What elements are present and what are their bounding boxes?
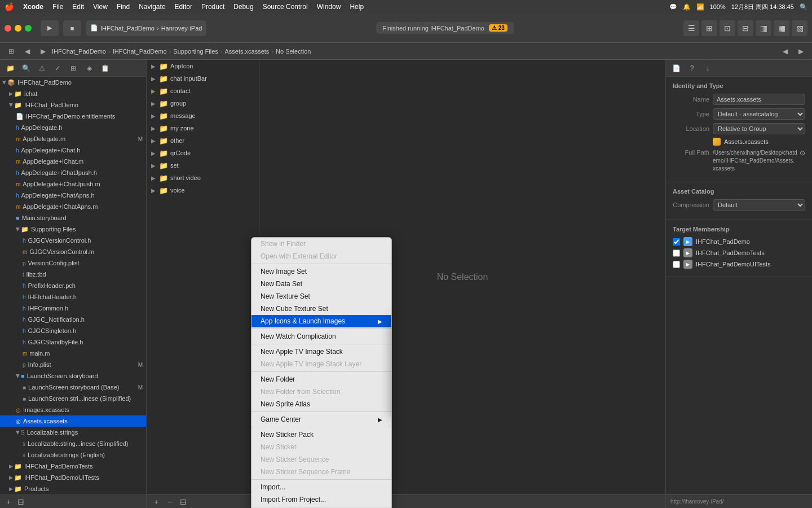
ctx-app-icons[interactable]: App Icons & Launch Images ▶ New iOS App … [251, 315, 391, 327]
nav-item-entitlements[interactable]: 📄 IHFChat_PadDemo.entitlements [0, 111, 146, 122]
layout-right[interactable]: ▧ [792, 20, 807, 36]
stop-button[interactable]: ■ [63, 20, 81, 36]
nav-item-appdelegate-m[interactable]: m AppDelegate.m M [0, 133, 146, 144]
breadcrumb-3[interactable]: Supporting Files [173, 48, 218, 55]
ctx-new-appletv-stack[interactable]: New Apple TV Image Stack [251, 345, 391, 358]
nav-item-main-storyboard[interactable]: ■ Main.storyboard [0, 212, 146, 224]
ctx-new-texture-set[interactable]: New Texture Set [251, 290, 391, 303]
menu-editor[interactable]: Editor [175, 3, 192, 11]
nav-debug-icon[interactable]: ⊞ [67, 62, 80, 75]
help-btn[interactable]: ? [685, 62, 699, 75]
menu-source-control[interactable]: Source Control [263, 3, 308, 11]
ctx-new-image-set[interactable]: New Image Set [251, 265, 391, 278]
nav-item-main-m[interactable]: m main.m [0, 348, 146, 359]
nav-item-gjgc-h[interactable]: h GJGCVersionControl.h [0, 235, 146, 246]
breadcrumb-2[interactable]: IHFChat_PadDemo [113, 48, 167, 55]
layout-left[interactable]: ▥ [756, 20, 771, 36]
app-icons-submenu[interactable]: New iOS App Icon New iOS Launch Image Ne… [391, 315, 392, 415]
nav-item-appdelegate-ichat-h[interactable]: h AppDelegate+iChat.h [0, 144, 146, 156]
ctx-import-from-project[interactable]: Import From Project... [251, 493, 391, 506]
menu-debug[interactable]: Debug [233, 3, 253, 11]
asset-folder-group[interactable]: ▶ 📁 group [147, 97, 259, 110]
nav-item-root[interactable]: ▶ 📦 IHFChat_PadDemo [0, 77, 146, 88]
nav-item-localizable-strings[interactable]: ▶ S Localizable.strings [0, 427, 146, 438]
asset-folder-voice[interactable]: ▶ 📁 voice [147, 184, 259, 196]
close-button[interactable] [5, 25, 11, 32]
nav-report-icon[interactable]: 📋 [98, 62, 112, 75]
nav-item-assets-xcassets[interactable]: ◎ Assets.xcassets [0, 415, 146, 427]
menu-edit[interactable]: Edit [72, 3, 84, 11]
menu-view[interactable]: View [93, 3, 108, 11]
nav-item-libz[interactable]: t libz.tbd [0, 269, 146, 280]
nav-item-localizable-english[interactable]: s Localizable.strings (English) [0, 449, 146, 461]
target-checkbox-2[interactable] [673, 249, 680, 257]
name-input[interactable] [713, 94, 805, 105]
menu-navigate[interactable]: Navigate [139, 3, 165, 11]
forward-btn[interactable]: ▶ [36, 45, 50, 58]
breadcrumb-1[interactable]: IHFChat_PadDemo [52, 48, 106, 55]
file-inspector-btn[interactable]: 📄 [669, 62, 683, 75]
nav-item-prefix[interactable]: h PrefixHeader.pch [0, 280, 146, 291]
nav-folder-icon[interactable]: 📁 [3, 62, 17, 75]
nav-item-tests[interactable]: ▶ 📁 IHFChat_PadDemoTests [0, 461, 146, 472]
run-button[interactable]: ▶ [41, 20, 59, 36]
menu-help[interactable]: Help [350, 3, 364, 11]
asset-folder-contact[interactable]: ▶ 📁 contact [147, 85, 259, 97]
nav-item-supporting-files[interactable]: ▶ 📁 Supporting Files [0, 224, 146, 235]
menu-find[interactable]: Find [117, 3, 130, 11]
assistant-toggle[interactable]: ⊡ [720, 20, 735, 36]
apple-menu[interactable]: 🍎 [5, 2, 14, 11]
ctx-new-data-set[interactable]: New Data Set [251, 278, 391, 290]
menu-product[interactable]: Product [201, 3, 224, 11]
asset-folder-message[interactable]: ▶ 📁 message [147, 110, 259, 122]
next-issue-btn[interactable]: ▶ [794, 45, 807, 58]
filter-btn[interactable]: ⊟ [16, 497, 26, 507]
nav-item-appdelegate-apns-h[interactable]: h AppDelegate+iChatApns.h [0, 190, 146, 201]
type-select[interactable]: Default - assetcatalog [713, 108, 805, 120]
nav-breakpoint-icon[interactable]: ◈ [82, 62, 96, 75]
target-checkbox-1[interactable] [673, 238, 680, 246]
menu-window[interactable]: Window [317, 3, 341, 11]
ctx-new-sprite-atlas[interactable]: New Sprite Atlas [251, 398, 391, 410]
nav-item-gjgc-notif[interactable]: h GJGC_Notification.h [0, 314, 146, 325]
nav-item-gjgc-singleton[interactable]: h GJGCSingleton.h [0, 325, 146, 336]
nav-item-ichat[interactable]: ▶ 📁 ichat [0, 88, 146, 99]
nav-item-appdelegate-jpush-h[interactable]: h AppDelegate+iChatJpush.h [0, 167, 146, 178]
asset-folder-qrcode[interactable]: ▶ 📁 qrCode [147, 147, 259, 159]
asset-folder-chatinputbar[interactable]: ▶ 📁 chat inputBar [147, 72, 259, 85]
asset-folder-other[interactable]: ▶ 📁 other [147, 134, 259, 147]
asset-folder-myzone[interactable]: ▶ 📁 my zone [147, 122, 259, 134]
inspector-toggle[interactable]: ⊟ [738, 20, 753, 36]
nav-item-launch-simplified[interactable]: ■ LaunchScreen.stri...inese (Simplified) [0, 393, 146, 404]
ctx-new-folder[interactable]: New Folder [251, 373, 391, 386]
quick-help-btn[interactable]: ↓ [701, 62, 714, 75]
nav-item-products[interactable]: ▶ 📁 Products [0, 483, 146, 494]
nav-item-appdelegate-jpush-m[interactable]: m AppDelegate+iChatJpush.m [0, 178, 146, 190]
reveal-path-btn[interactable]: ⊙ [800, 149, 805, 157]
compression-select[interactable]: Default [713, 199, 805, 211]
prev-issue-btn[interactable]: ◀ [778, 45, 792, 58]
location-select[interactable]: Relative to Group [713, 123, 805, 134]
nav-warning-icon[interactable]: ⚠ [35, 62, 48, 75]
nav-item-launch-base[interactable]: ■ LaunchScreen.storyboard (Base) M [0, 382, 146, 393]
filter-asset-btn[interactable]: ⊟ [178, 497, 188, 507]
asset-folder-shortvideo[interactable]: ▶ 📁 short video [147, 172, 259, 184]
nav-item-appdelegate-h[interactable]: h AppDelegate.h [0, 122, 146, 133]
nav-item-launch-storyboard[interactable]: ▶ ■ LaunchScreen.storyboard [0, 370, 146, 382]
nav-item-images-xcassets[interactable]: ◎ Images.xcassets [0, 404, 146, 415]
breadcrumb-4[interactable]: Assets.xcassets [225, 48, 270, 55]
nav-item-ihf-common[interactable]: h IHFCommon.h [0, 303, 146, 314]
ctx-new-cube-texture-set[interactable]: New Cube Texture Set [251, 303, 391, 315]
back-btn[interactable]: ◀ [20, 45, 34, 58]
nav-test-icon[interactable]: ✓ [51, 62, 64, 75]
ctx-game-center[interactable]: Game Center ▶ [251, 413, 391, 426]
ctx-new-sticker-pack[interactable]: New Sticker Pack [251, 428, 391, 441]
remove-asset-btn[interactable]: − [165, 497, 175, 507]
add-asset-btn[interactable]: + [151, 497, 161, 507]
nav-item-ihf-header[interactable]: h IHFIchatHeader.h [0, 291, 146, 303]
grid-view-btn[interactable]: ⊞ [5, 45, 18, 58]
nav-item-ihfchat-folder[interactable]: ▶ 📁 IHFChat_PadDemo [0, 99, 146, 111]
nav-search-icon[interactable]: 🔍 [19, 62, 33, 75]
context-menu[interactable]: Show in Finder Open with External Editor… [251, 237, 392, 508]
nav-item-appdelegate-apns-m[interactable]: m AppDelegate+iChatApns.m [0, 201, 146, 212]
